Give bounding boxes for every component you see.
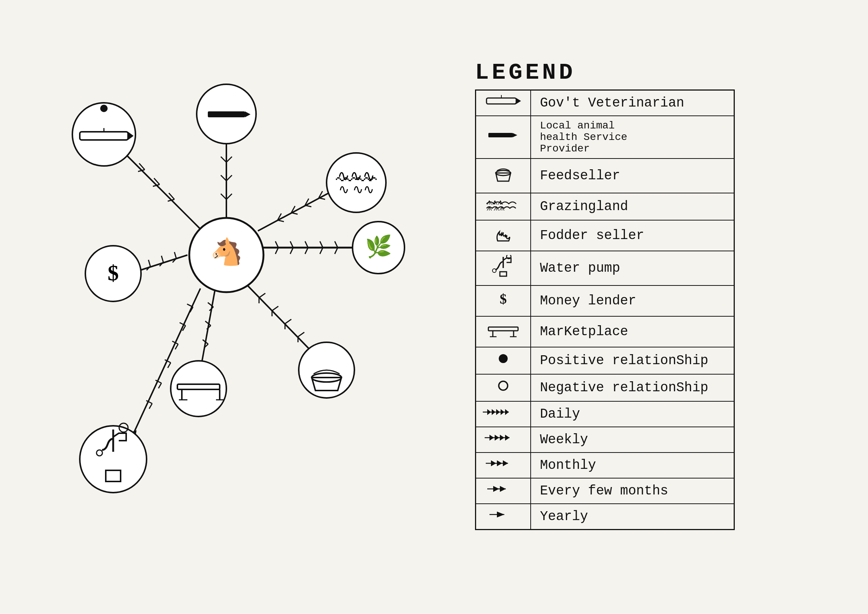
legend-row-positive-rel: Positive relationShip [476,347,735,374]
svg-line-2 [119,147,200,229]
svg-line-30 [275,248,278,254]
page-container: 🐴 〰〰 [15,15,853,599]
legend-icon-daily [476,401,531,427]
svg-line-74 [168,363,171,368]
legend-icon-weekly [476,427,531,453]
legend-row-gov-vet: Gov't Veterinarian [476,90,735,116]
node-fodder: 🌿 [353,222,405,274]
branch-feed-seller [247,285,317,355]
legend-row-moneylender: $ Money lender [476,285,735,316]
legend-label-grazingland: Grazingland [531,193,735,220]
legend-icon-positive-rel [476,347,531,374]
svg-line-36 [320,248,323,254]
branch-fodder [260,241,364,254]
legend-icon-local-vet [476,116,531,158]
legend-row-daily: Daily [476,401,735,427]
svg-line-78 [149,403,152,409]
legend-label-moneylender: Money lender [531,285,735,316]
svg-line-35 [320,241,323,248]
legend-icon-grazingland: ᗑᗑᗑ ᗑ ᗑᗑ [476,193,531,220]
node-money-lender: $ [85,246,141,301]
svg-rect-124 [488,327,518,331]
svg-line-37 [335,241,338,248]
svg-text:∿∿∿: ∿∿∿ [337,167,375,184]
svg-line-18 [258,188,338,231]
svg-line-72 [175,344,178,349]
svg-line-16 [226,194,232,199]
svg-text:∿ ∿∿: ∿ ∿∿ [338,182,374,197]
center-node-horse: 🐴 [189,218,264,292]
svg-rect-114 [488,133,513,137]
legend-label-marketplace: MarKetplace [531,316,735,347]
svg-rect-111 [487,98,516,104]
svg-marker-115 [513,133,517,137]
svg-line-43 [161,256,163,262]
svg-line-31 [290,241,293,248]
legend-label-feedseller: Feedseller [531,158,735,193]
legend-row-grazingland: ᗑᗑᗑ ᗑ ᗑᗑ Grazingland [476,193,735,220]
legend-icon-fodder [476,220,531,251]
legend-row-fewmonths: Every few months [476,478,735,504]
svg-text:🌿: 🌿 [365,234,392,260]
legend-table: Gov't Veterinarian Local animalhealth Se… [475,90,735,530]
legend-icon-yearly [476,504,531,530]
legend-label-fodder: Fodder seller [531,220,735,251]
legend-icon-gov-vet [476,90,531,116]
svg-line-63 [298,332,304,337]
svg-line-45 [149,260,150,266]
legend-icon-moneylender: $ [476,285,531,316]
legend-icon-fewmonths [476,478,531,504]
svg-line-38 [335,248,338,254]
svg-line-59 [272,306,278,311]
legend-label-negative-rel: Negative relationShip [531,374,735,401]
svg-marker-112 [516,98,521,104]
svg-point-83 [100,105,108,112]
legend-row-waterpump: Water pump [476,251,735,285]
legend-row-yearly: Yearly [476,504,735,530]
svg-line-12 [226,157,232,162]
legend-title: LEGEND [475,59,823,86]
legend-row-local-vet: Local animalhealth ServiceProvider [476,116,735,158]
svg-line-41 [174,252,176,258]
legend-row-feedseller: Feedseller [476,158,735,193]
svg-text:$: $ [500,291,507,307]
legend-label-gov-vet: Gov't Veterinarian [531,90,735,116]
legend-icon-waterpump [476,251,531,285]
legend-label-local-vet: Local animalhealth ServiceProvider [531,116,735,158]
node-gov-vet [72,103,135,166]
legend-label-positive-rel: Positive relationShip [531,347,735,374]
svg-text:$: $ [108,260,119,285]
svg-line-57 [259,293,265,298]
legend-label-yearly: Yearly [531,504,735,530]
svg-line-26 [319,198,325,199]
legend-icon-negative-rel [476,374,531,401]
svg-point-82 [72,103,135,166]
svg-line-56 [247,285,312,352]
legend-icon-marketplace [476,316,531,347]
svg-line-34 [305,248,308,254]
node-water-pump [80,423,147,493]
svg-line-32 [290,248,293,254]
svg-line-13 [221,175,226,181]
svg-line-48 [200,288,215,370]
svg-line-14 [226,175,232,181]
svg-text:ᗑ ᗑᗑ: ᗑ ᗑᗑ [487,205,505,212]
svg-point-121 [493,269,496,273]
svg-line-20 [277,220,284,222]
legend-icon-feedseller [476,158,531,193]
node-feed-seller [299,342,354,398]
svg-rect-120 [500,272,507,276]
branch-gov-vet [117,147,200,229]
legend-row-negative-rel: Negative relationShip [476,374,735,401]
legend-label-fewmonths: Every few months [531,478,735,504]
svg-line-61 [285,319,291,324]
svg-line-33 [305,241,308,248]
svg-line-24 [305,205,312,207]
diagram-area: 🐴 〰〰 [45,47,453,567]
legend-row-weekly: Weekly [476,427,735,453]
svg-line-11 [221,157,226,162]
svg-text:🐴: 🐴 [211,236,243,268]
legend-row-fodder: Fodder seller [476,220,735,251]
legend-row-monthly: Monthly [476,453,735,478]
legend-area: LEGEND Gov't Veterinarian [453,59,823,530]
